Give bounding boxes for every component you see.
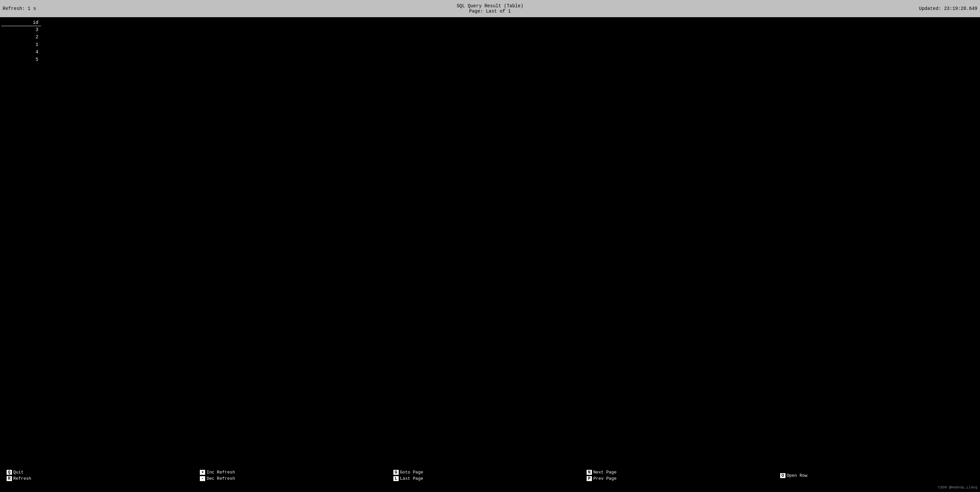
footer-item-last-page[interactable]: L Last Page <box>393 476 587 481</box>
key-g: G <box>393 470 399 475</box>
refresh-label: Refresh: 1 s <box>3 6 36 11</box>
header-page-info: Page: Last of 1 <box>457 9 523 14</box>
header-updated: Updated: 23:19:28.649 <box>919 6 977 11</box>
label-dec-refresh: Dec Refresh <box>207 476 235 481</box>
label-inc-refresh: Inc Refresh <box>207 470 235 475</box>
header-title: SQL Query Result (Table) <box>457 3 523 9</box>
table-area: id 3 2 1 4 5 <box>0 20 980 63</box>
label-next-page: Next Page <box>593 470 616 475</box>
table-row: 1 <box>1 41 41 48</box>
footer-section-3: G Goto Page L Last Page <box>393 470 587 481</box>
key-q: Q <box>6 470 12 475</box>
label-refresh: Refresh <box>13 476 32 481</box>
updated-label: Updated: 23:19:28.649 <box>919 6 977 11</box>
footer-item-next-page[interactable]: N Next Page <box>587 470 780 475</box>
key-minus: - <box>200 476 205 481</box>
table-row: 2 <box>1 33 41 41</box>
key-r: R <box>6 476 12 481</box>
key-o: O <box>780 473 786 478</box>
footer-item-open-row[interactable]: O Open Row <box>780 473 974 478</box>
header-refresh: Refresh: 1 s <box>3 6 36 11</box>
table-row: 3 <box>1 26 41 33</box>
label-quit: Quit <box>13 470 24 475</box>
label-last-page: Last Page <box>400 476 423 481</box>
header-bar: Refresh: 1 s SQL Query Result (Table) Pa… <box>0 0 980 17</box>
key-plus: + <box>200 470 205 475</box>
table-row: 5 <box>1 56 41 63</box>
footer-item-prev-page[interactable]: P Prev Page <box>587 476 780 481</box>
footer-item-refresh[interactable]: R Refresh <box>6 476 200 481</box>
footer-item-goto-page[interactable]: G Goto Page <box>393 470 587 475</box>
key-p: P <box>587 476 592 481</box>
column-header-id: id <box>1 20 41 26</box>
main-content: id 3 2 1 4 5 <box>0 17 980 459</box>
footer-item-quit[interactable]: Q Quit <box>6 470 200 475</box>
footer-section-1: Q Quit R Refresh <box>6 470 200 481</box>
footer-section-4: N Next Page P Prev Page <box>587 470 780 481</box>
table-row: 4 <box>1 48 41 56</box>
label-open-row: Open Row <box>787 473 807 478</box>
footer-item-inc-refresh[interactable]: + Inc Refresh <box>200 470 393 475</box>
key-l: L <box>393 476 399 481</box>
footer-bar: Q Quit R Refresh + Inc Refresh - Dec Ref… <box>0 459 980 492</box>
label-goto-page: Goto Page <box>400 470 423 475</box>
footer-section-2: + Inc Refresh - Dec Refresh <box>200 470 393 481</box>
footer-section-5: O Open Row <box>780 473 974 478</box>
header-center: SQL Query Result (Table) Page: Last of 1 <box>457 3 523 14</box>
key-n: N <box>587 470 592 475</box>
watermark: CSDN @Hadoop_Liang <box>938 486 977 489</box>
label-prev-page: Prev Page <box>593 476 616 481</box>
footer-item-dec-refresh[interactable]: - Dec Refresh <box>200 476 393 481</box>
